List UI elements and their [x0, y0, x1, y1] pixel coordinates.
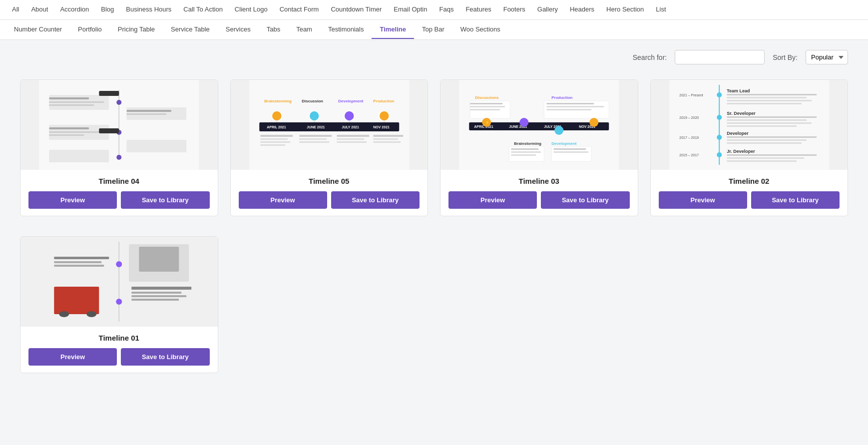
svg-point-30 [309, 111, 319, 121]
toolbar: Search for: Sort By: Popular Newest Olde… [0, 40, 868, 69]
svg-text:APRIL 2021: APRIL 2021 [267, 125, 286, 129]
svg-point-124 [116, 299, 122, 305]
nav1-item-footers[interactable]: Footers [497, 0, 531, 19]
nav1-item-hero-section[interactable]: Hero Section [600, 0, 650, 19]
sort-label: Sort By: [773, 53, 798, 61]
nav1-item-contact-form[interactable]: Contact Form [274, 0, 325, 19]
svg-text:Production: Production [551, 95, 572, 100]
preview-button-timeline04[interactable]: Preview [28, 191, 117, 209]
svg-rect-48 [337, 135, 369, 137]
nav2-item-woo-sections[interactable]: Woo Sections [452, 20, 508, 39]
svg-rect-65 [470, 109, 500, 110]
preview-button-timeline05[interactable]: Preview [239, 191, 327, 209]
card-timeline03: APRIL 2021 JUNE 2021 JULY 2021 NOV 2021 … [440, 79, 638, 216]
nav2-item-portfolio[interactable]: Portfolio [70, 20, 110, 39]
nav2-item-timeline[interactable]: Timeline [372, 20, 414, 39]
nav-row1: AllAboutAccordionBlogBusiness HoursCall … [0, 0, 868, 20]
svg-rect-83 [553, 151, 588, 153]
nav2-item-number-counter[interactable]: Number Counter [6, 20, 70, 39]
svg-rect-107 [727, 142, 802, 144]
svg-text:Development: Development [551, 141, 577, 146]
nav1-item-list[interactable]: List [650, 0, 672, 19]
svg-text:JUNE 2021: JUNE 2021 [307, 125, 325, 129]
card-title-timeline04: Timeline 04 [28, 177, 210, 185]
sort-select[interactable]: Popular Newest Oldest [806, 50, 848, 64]
svg-rect-52 [373, 138, 398, 140]
save-button-timeline02[interactable]: Save to Library [751, 191, 840, 209]
svg-text:NOV 2021: NOV 2021 [373, 125, 390, 129]
svg-text:Team Lead: Team Lead [727, 88, 750, 93]
svg-rect-47 [299, 141, 329, 143]
svg-point-123 [116, 261, 122, 267]
nav1-item-headers[interactable]: Headers [564, 0, 600, 19]
nav2-item-top-bar[interactable]: Top Bar [414, 20, 452, 39]
card-title-timeline05: Timeline 05 [239, 177, 420, 185]
svg-rect-97 [727, 100, 812, 101]
svg-rect-9 [49, 134, 84, 136]
svg-rect-10 [49, 150, 109, 162]
preview-button-timeline01[interactable]: Preview [28, 348, 117, 366]
nav1-item-gallery[interactable]: Gallery [531, 0, 564, 19]
card-grid-row2: Timeline 01PreviewSave to Library [0, 236, 868, 393]
search-input[interactable] [675, 50, 765, 64]
svg-rect-102 [727, 122, 812, 124]
svg-rect-69 [546, 109, 591, 110]
card-thumb-timeline03: APRIL 2021 JUNE 2021 JULY 2021 NOV 2021 … [440, 80, 638, 170]
save-button-timeline01[interactable]: Save to Library [121, 348, 209, 366]
save-button-timeline04[interactable]: Save to Library [121, 191, 209, 209]
nav2-item-team[interactable]: Team [288, 20, 320, 39]
svg-rect-8 [49, 131, 104, 133]
svg-text:Discussions: Discussions [475, 95, 499, 100]
svg-rect-96 [727, 97, 807, 98]
nav1-item-business-hours[interactable]: Business Hours [120, 0, 177, 19]
svg-rect-67 [546, 103, 594, 104]
save-button-timeline03[interactable]: Save to Library [541, 191, 629, 209]
nav2-item-services[interactable]: Services [218, 20, 259, 39]
svg-rect-4 [49, 101, 104, 103]
nav1-item-email-optin[interactable]: Email Optin [388, 0, 433, 19]
preview-button-timeline02[interactable]: Preview [659, 191, 747, 209]
svg-rect-103 [727, 125, 797, 127]
svg-rect-119 [131, 287, 191, 290]
preview-button-timeline03[interactable]: Preview [448, 191, 537, 209]
nav1-item-blog[interactable]: Blog [95, 0, 120, 19]
svg-rect-125 [54, 257, 109, 259]
nav1-item-about[interactable]: About [25, 0, 54, 19]
svg-text:⚡: ⚡ [485, 120, 490, 125]
svg-text:Sr. Developer: Sr. Developer [727, 111, 756, 116]
nav1-item-features[interactable]: Features [459, 0, 497, 19]
svg-text:Discussion: Discussion [302, 99, 323, 103]
search-label: Search for: [633, 53, 667, 61]
card-thumb-timeline04 [20, 80, 218, 170]
svg-rect-5 [49, 104, 94, 106]
nav2-item-tabs[interactable]: Tabs [259, 20, 288, 39]
svg-rect-68 [546, 106, 604, 107]
nav1-item-client-logo[interactable]: Client Logo [229, 0, 274, 19]
nav1-item-faqs[interactable]: Faqs [433, 0, 459, 19]
svg-rect-51 [373, 135, 403, 137]
svg-point-86 [717, 92, 722, 97]
svg-text:Brainstorming: Brainstorming [514, 141, 541, 146]
card-thumb-timeline05: APRIL 2021 JUNE 2021 JULY 2021 NOV 2021 … [231, 80, 428, 170]
nav1-item-accordion[interactable]: Accordion [54, 0, 95, 19]
svg-rect-100 [727, 116, 817, 118]
nav2-item-testimonials[interactable]: Testimonials [320, 20, 372, 39]
nav2-item-pricing-table[interactable]: Pricing Table [110, 20, 163, 39]
nav1-item-call-to-action[interactable]: Call To Action [177, 0, 229, 19]
svg-rect-80 [511, 154, 536, 156]
svg-rect-7 [49, 127, 89, 129]
nav1-item-countdown-timer[interactable]: Countdown Timer [325, 0, 388, 19]
svg-rect-18 [99, 91, 119, 96]
svg-rect-115 [139, 247, 179, 272]
svg-rect-16 [126, 113, 166, 115]
svg-point-13 [116, 155, 121, 160]
svg-rect-111 [727, 160, 797, 162]
svg-text:2017 – 2019: 2017 – 2019 [679, 136, 699, 139]
nav2-item-service-table[interactable]: Service Table [163, 20, 218, 39]
svg-point-88 [717, 135, 722, 140]
card-timeline05: APRIL 2021 JUNE 2021 JULY 2021 NOV 2021 … [230, 79, 429, 216]
svg-rect-82 [553, 148, 586, 150]
svg-rect-101 [727, 119, 807, 121]
save-button-timeline05[interactable]: Save to Library [331, 191, 420, 209]
nav1-item-all[interactable]: All [6, 0, 25, 19]
